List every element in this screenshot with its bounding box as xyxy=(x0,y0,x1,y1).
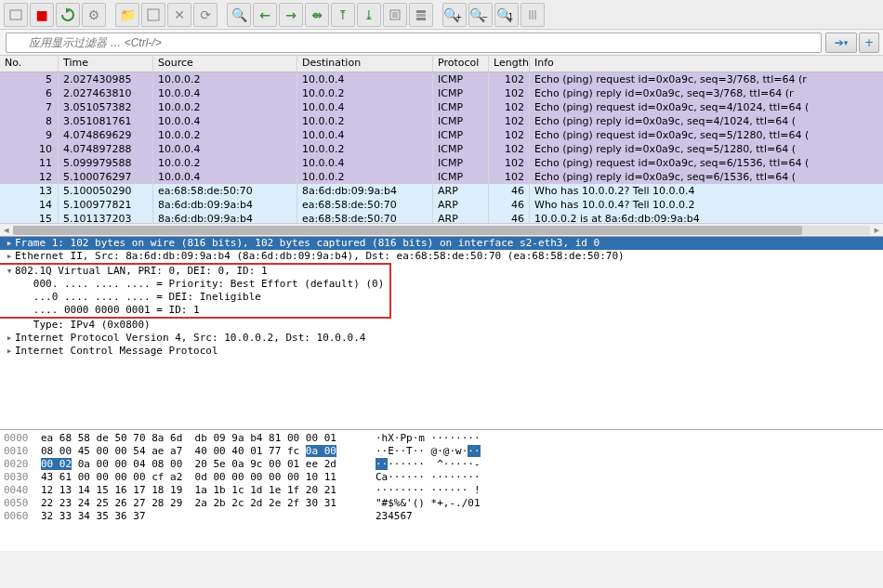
svg-rect-8 xyxy=(416,18,426,20)
col-header-info[interactable]: Info xyxy=(530,56,883,72)
packet-list-header: No. Time Source Destination Protocol Len… xyxy=(0,56,883,72)
col-header-protocol[interactable]: Protocol xyxy=(433,56,489,72)
zoom-out-button[interactable]: 🔍− xyxy=(468,3,493,27)
highlight-box: ▾802.1Q Virtual LAN, PRI: 0, DEI: 0, ID:… xyxy=(0,263,391,319)
add-expression-button[interactable]: + xyxy=(859,33,879,53)
col-header-length[interactable]: Length xyxy=(489,56,530,72)
hex-row[interactable]: 005022 23 24 25 26 27 28 29 2a 2b 2c 2d … xyxy=(4,497,879,510)
hex-row[interactable]: 006032 33 34 35 36 37234567 xyxy=(4,510,879,523)
packet-row[interactable]: 125.10007629710.0.0.410.0.0.2ICMP102Echo… xyxy=(0,170,883,184)
stop-capture-button[interactable]: ■ xyxy=(30,3,54,27)
open-file-button[interactable] xyxy=(4,3,28,27)
packet-row[interactable]: 62.02746381010.0.0.410.0.0.2ICMP102Echo … xyxy=(0,86,883,100)
close-button[interactable]: ✕ xyxy=(167,3,191,27)
display-filter-input[interactable] xyxy=(6,33,822,53)
capture-options-button[interactable]: ⚙ xyxy=(82,3,106,27)
horizontal-scrollbar[interactable]: ◂ ▸ xyxy=(0,223,883,236)
packet-row[interactable]: 52.02743098510.0.0.210.0.0.4ICMP102Echo … xyxy=(0,72,883,86)
go-first-button[interactable]: ⤒ xyxy=(331,3,355,27)
packet-row[interactable]: 115.09997958810.0.0.210.0.0.4ICMP102Echo… xyxy=(0,156,883,170)
col-header-source[interactable]: Source xyxy=(153,56,297,72)
go-forward-button[interactable]: → xyxy=(279,3,303,27)
col-header-time[interactable]: Time xyxy=(59,56,153,72)
expand-icon[interactable]: ▸ xyxy=(4,332,15,345)
packet-row[interactable]: 145.1009778218a:6d:db:09:9a:b4ea:68:58:d… xyxy=(0,198,883,212)
packet-details-pane: ▸Frame 1: 102 bytes on wire (816 bits), … xyxy=(0,237,883,430)
go-back-button[interactable]: ← xyxy=(253,3,277,27)
find-button[interactable]: 🔍 xyxy=(227,3,251,27)
hex-row[interactable]: 0000ea 68 58 de 50 70 8a 6d db 09 9a b4 … xyxy=(4,432,879,445)
save-button[interactable] xyxy=(141,3,165,27)
tree-ethernet[interactable]: ▸Ethernet II, Src: 8a:6d:db:09:9a:b4 (8a… xyxy=(0,250,883,263)
tree-vlan-priority[interactable]: 000. .... .... .... = Priority: Best Eff… xyxy=(0,278,384,291)
zoom-reset-button[interactable]: 🔍1 xyxy=(494,3,519,27)
col-header-destination[interactable]: Destination xyxy=(297,56,433,72)
packet-row[interactable]: 94.07486962910.0.0.210.0.0.4ICMP102Echo … xyxy=(0,128,883,142)
reload-button[interactable]: ⟳ xyxy=(193,3,217,27)
hex-row[interactable]: 003043 61 00 00 00 00 cf a2 0d 00 00 00 … xyxy=(4,471,879,484)
resize-columns-button[interactable] xyxy=(521,3,545,27)
col-header-no[interactable]: No. xyxy=(0,56,59,72)
svg-rect-1 xyxy=(148,9,159,20)
apply-filter-button[interactable]: ➔▾ xyxy=(825,33,857,53)
colorize-button[interactable] xyxy=(409,3,433,27)
packet-row[interactable]: 83.05108176110.0.0.410.0.0.2ICMP102Echo … xyxy=(0,114,883,128)
packet-row[interactable]: 73.05105738210.0.0.210.0.0.4ICMP102Echo … xyxy=(0,100,883,114)
tree-icmp[interactable]: ▸Internet Control Message Protocol xyxy=(0,345,883,358)
packet-bytes-pane: 0000ea 68 58 de 50 70 8a 6d db 09 9a b4 … xyxy=(0,430,883,551)
packet-row[interactable]: 135.100050290ea:68:58:de:50:708a:6d:db:0… xyxy=(0,184,883,198)
go-last-button[interactable]: ⤓ xyxy=(357,3,381,27)
svg-rect-7 xyxy=(416,14,426,17)
hex-row[interactable]: 004012 13 14 15 16 17 18 19 1a 1b 1c 1d … xyxy=(4,484,879,497)
tree-vlan-dei[interactable]: ...0 .... .... .... = DEI: Ineligible xyxy=(0,291,384,304)
tree-ipv4[interactable]: ▸Internet Protocol Version 4, Src: 10.0.… xyxy=(0,332,883,345)
auto-scroll-button[interactable] xyxy=(383,3,407,27)
main-toolbar: ■ ⚙ 📁 ✕ ⟳ 🔍 ← → ⇴ ⤒ ⤓ 🔍+ 🔍− 🔍1 xyxy=(0,0,883,30)
tree-frame[interactable]: ▸Frame 1: 102 bytes on wire (816 bits), … xyxy=(0,237,883,250)
tree-vlan-type[interactable]: Type: IPv4 (0x0800) xyxy=(0,319,883,332)
svg-rect-0 xyxy=(10,10,21,20)
hex-row[interactable]: 001008 00 45 00 00 54 ae a7 40 00 40 01 … xyxy=(4,445,879,458)
restart-capture-button[interactable] xyxy=(56,3,80,27)
expand-icon[interactable]: ▸ xyxy=(4,237,15,250)
jump-to-button[interactable]: ⇴ xyxy=(305,3,329,27)
expand-icon[interactable]: ▸ xyxy=(4,250,15,263)
zoom-in-button[interactable]: 🔍+ xyxy=(442,3,467,27)
svg-rect-6 xyxy=(416,10,426,13)
tree-vlan-id[interactable]: .... 0000 0000 0001 = ID: 1 xyxy=(0,304,384,317)
packet-list-pane: No. Time Source Destination Protocol Len… xyxy=(0,56,883,237)
display-filter-bar: 🔖 ➔▾ + xyxy=(0,30,883,56)
packet-row[interactable]: 104.07489728810.0.0.410.0.0.2ICMP102Echo… xyxy=(0,142,883,156)
collapse-icon[interactable]: ▾ xyxy=(4,265,15,278)
expand-icon[interactable]: ▸ xyxy=(4,345,15,358)
open-button[interactable]: 📁 xyxy=(115,3,139,27)
tree-vlan[interactable]: ▾802.1Q Virtual LAN, PRI: 0, DEI: 0, ID:… xyxy=(0,265,384,278)
hex-row[interactable]: 002000 02 0a 00 00 04 08 00 20 5e 0a 9c … xyxy=(4,458,879,471)
